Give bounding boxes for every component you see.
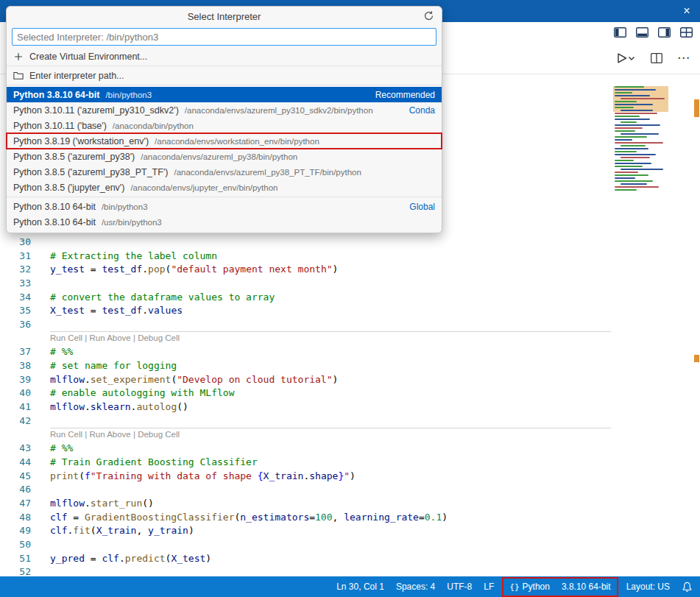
- toggle-panel-icon[interactable]: [636, 27, 648, 38]
- minimap-line: [615, 89, 656, 91]
- line-number[interactable]: 47: [0, 498, 31, 509]
- braces-icon: {}: [509, 582, 519, 592]
- line-number[interactable]: 44: [0, 456, 31, 467]
- line-number[interactable]: 30: [0, 236, 31, 247]
- eol-indicator[interactable]: LF: [478, 576, 500, 597]
- line-number[interactable]: 38: [0, 360, 31, 371]
- item-label: Python 3.8.5 ('azureml_py38_PT_TF'): [13, 167, 168, 177]
- toggle-primary-sidebar-icon[interactable]: [614, 27, 626, 38]
- minimap-line: [615, 113, 657, 114]
- codelens-debug-cell[interactable]: Debug Cell: [138, 333, 180, 342]
- interpreter-item[interactable]: Python 3.10.11 ('base')/anaconda/bin/pyt…: [7, 118, 442, 133]
- code-row: 32y_test = test_df.pop("default payment …: [0, 262, 612, 276]
- item-label: Create Virtual Environment...: [29, 52, 147, 62]
- line-number[interactable]: 51: [0, 553, 31, 564]
- toggle-secondary-sidebar-icon[interactable]: [658, 27, 671, 38]
- item-path: /bin/python3: [105, 91, 152, 99]
- interpreter-item[interactable]: Python 3.8.10 64-bit/bin/python3Recommen…: [7, 87, 442, 102]
- line-number[interactable]: 39: [0, 374, 31, 385]
- code-line[interactable]: clf.fit(X_train, y_train): [50, 525, 194, 536]
- more-actions-icon[interactable]: ⋯: [677, 54, 690, 62]
- line-number[interactable]: 48: [0, 512, 31, 523]
- python-interpreter-status[interactable]: 3.8.10 64-bit: [556, 579, 617, 596]
- code-line[interactable]: y_pred = clf.predict(X_test): [50, 553, 211, 564]
- line-number[interactable]: 45: [0, 470, 31, 481]
- interpreter-item[interactable]: Python 3.8.10 64-bit/usr/bin/python3: [7, 214, 442, 230]
- line-number[interactable]: 46: [0, 484, 31, 495]
- code-row: 43# %%: [0, 441, 612, 455]
- split-editor-icon[interactable]: [651, 53, 662, 63]
- code-line[interactable]: # %%: [50, 442, 73, 453]
- code-line[interactable]: # Train Gradient Boosting Classifier: [50, 456, 258, 467]
- minimap-line: [615, 130, 635, 132]
- interpreter-item[interactable]: Python 3.8.5 ('azureml_py38_PT_TF')/anac…: [7, 164, 442, 180]
- minimap-line: [615, 104, 653, 105]
- interpreter-item[interactable]: Python 3.8.10 64-bit/bin/python3Global: [7, 199, 442, 214]
- close-icon[interactable]: ×: [674, 0, 700, 22]
- indentation[interactable]: Spaces: 4: [390, 576, 441, 597]
- codelens-debug-cell[interactable]: Debug Cell: [138, 430, 180, 439]
- code-line[interactable]: mlflow.set_experiment("Develop on cloud …: [50, 374, 338, 385]
- cursor-position[interactable]: Ln 30, Col 1: [330, 576, 390, 597]
- code-line[interactable]: y_test = test_df.pop("default payment ne…: [50, 264, 338, 275]
- code-line[interactable]: mlflow.start_run(): [50, 498, 154, 509]
- minimap-line: [615, 154, 656, 155]
- code-row: 46: [0, 482, 612, 496]
- line-number[interactable]: 32: [0, 264, 31, 275]
- line-number[interactable]: 34: [0, 292, 31, 303]
- code-line[interactable]: # set name for logging: [50, 360, 177, 371]
- code-line[interactable]: print(f"Training with data of shape {X_t…: [50, 470, 356, 481]
- code-line[interactable]: X_test = test_df.values: [50, 305, 183, 316]
- code-row: Run Cell | Run Above | Debug Cell: [0, 428, 612, 442]
- quickpick-action-item[interactable]: Enter interpreter path...: [7, 68, 442, 83]
- minimap-line: [615, 151, 637, 152]
- interpreter-search-input[interactable]: [12, 28, 436, 46]
- overview-ruler-mark: [694, 99, 699, 117]
- code-row: 50: [0, 537, 612, 551]
- minimap-line: [615, 160, 634, 161]
- codelens-run-above[interactable]: Run Above: [90, 430, 131, 439]
- codelens-run-cell[interactable]: Run Cell: [50, 430, 82, 439]
- interpreter-item[interactable]: Python 3.8.5 ('jupyter_env')/anaconda/en…: [7, 180, 442, 195]
- code-row: 35X_test = test_df.values: [0, 303, 612, 317]
- language-label: Python: [523, 582, 550, 592]
- code-line[interactable]: # convert the dataframe values to array: [50, 292, 275, 303]
- code-row: 38# set name for logging: [0, 358, 612, 372]
- interpreter-item[interactable]: Python 3.8.19 ('workstation_env')/anacon…: [7, 133, 442, 149]
- code-row: 40# enable autologging with MLflow: [0, 386, 612, 400]
- line-number[interactable]: 41: [0, 401, 31, 412]
- minimap-line: [615, 86, 644, 88]
- code-area[interactable]: 3031# Extracting the label column32y_tes…: [0, 235, 612, 578]
- line-number[interactable]: 36: [0, 319, 31, 330]
- interpreter-item[interactable]: Python 3.10.11 ('azureml_py310_sdkv2')/a…: [7, 102, 442, 118]
- run-cell-button[interactable]: [616, 52, 636, 64]
- line-number[interactable]: 43: [0, 442, 31, 453]
- notifications-bell-icon[interactable]: [676, 576, 700, 597]
- line-number[interactable]: 31: [0, 250, 31, 261]
- quickpick-action-item[interactable]: Create Virtual Environment...: [7, 49, 442, 64]
- line-number[interactable]: 40: [0, 387, 31, 398]
- refresh-icon[interactable]: [423, 10, 435, 22]
- line-number[interactable]: 35: [0, 305, 31, 316]
- item-label: Enter interpreter path...: [29, 71, 124, 81]
- code-line[interactable]: # Extracting the label column: [50, 250, 217, 261]
- line-number[interactable]: 37: [0, 346, 31, 357]
- code-line[interactable]: # %%: [50, 346, 73, 357]
- dialog-header: Select Interpreter: [7, 7, 442, 26]
- minimap[interactable]: [613, 86, 693, 192]
- line-number[interactable]: 49: [0, 525, 31, 536]
- codelens-run-cell[interactable]: Run Cell: [50, 333, 82, 342]
- code-line[interactable]: clf = GradientBoostingClassifier(n_estim…: [50, 512, 448, 523]
- line-number[interactable]: 42: [0, 415, 31, 426]
- encoding[interactable]: UTF-8: [441, 576, 478, 597]
- line-number[interactable]: 50: [0, 539, 31, 550]
- keyboard-layout[interactable]: Layout: US: [621, 576, 676, 597]
- code-line[interactable]: # enable autologging with MLflow: [50, 387, 234, 398]
- customize-layout-icon[interactable]: [680, 27, 693, 38]
- code-line[interactable]: mlflow.sklearn.autolog(): [50, 401, 188, 412]
- codelens-run-above[interactable]: Run Above: [90, 333, 131, 342]
- language-mode[interactable]: {} Python: [503, 579, 556, 596]
- interpreter-item[interactable]: Python 3.8.5 ('azureml_py38')/anaconda/e…: [7, 149, 442, 164]
- item-path: /anaconda/envs/azureml_py310_sdkv2/bin/p…: [185, 106, 373, 115]
- line-number[interactable]: 33: [0, 278, 31, 289]
